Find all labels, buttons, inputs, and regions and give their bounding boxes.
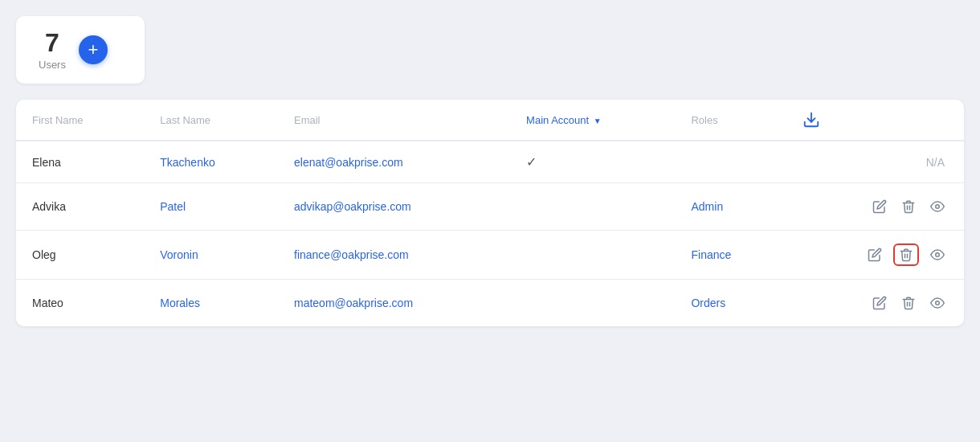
view-button[interactable] bbox=[927, 293, 948, 313]
cell-last-name: Voronin bbox=[144, 231, 278, 280]
view-button[interactable] bbox=[927, 196, 948, 217]
svg-point-2 bbox=[936, 253, 940, 257]
cell-actions: N/A bbox=[786, 141, 964, 183]
cell-main-account bbox=[510, 231, 675, 280]
cell-first-name: Elena bbox=[16, 141, 144, 183]
cell-main-account: ✓ bbox=[510, 141, 675, 183]
cell-role bbox=[675, 141, 786, 183]
top-bar: 7 Users + bbox=[16, 16, 964, 84]
add-user-button[interactable]: + bbox=[79, 35, 108, 64]
svg-point-1 bbox=[936, 205, 940, 209]
download-button[interactable] bbox=[802, 111, 823, 129]
cell-last-name: Tkachenko bbox=[144, 141, 278, 183]
cell-email: mateom@oakprise.com bbox=[278, 280, 510, 327]
table-row: MateoMoralesmateom@oakprise.comOrders bbox=[16, 280, 964, 327]
users-table-container: First Name Last Name Email Main Account … bbox=[16, 100, 964, 326]
cell-main-account bbox=[510, 183, 675, 231]
cell-last-name: Morales bbox=[144, 280, 278, 327]
table-row: AdvikaPateladvikap@oakprise.comAdmin bbox=[16, 183, 964, 231]
table-row: ElenaTkachenkoelenat@oakprise.com✓N/A bbox=[16, 141, 964, 183]
cell-role: Orders bbox=[675, 280, 786, 327]
users-count-block: 7 Users bbox=[39, 29, 66, 71]
cell-role: Admin bbox=[675, 183, 786, 231]
cell-role: Finance bbox=[675, 231, 786, 280]
actions-wrap bbox=[802, 293, 948, 313]
cell-first-name: Oleg bbox=[16, 231, 144, 280]
col-last-name: Last Name bbox=[144, 100, 278, 141]
users-card: 7 Users + bbox=[16, 16, 145, 84]
sort-arrow-icon: ▼ bbox=[594, 117, 602, 125]
edit-button[interactable] bbox=[869, 196, 890, 217]
col-main-account[interactable]: Main Account ▼ bbox=[510, 100, 675, 141]
col-download bbox=[786, 100, 964, 141]
table-row: OlegVoroninfinance@oakprise.comFinance bbox=[16, 231, 964, 280]
cell-actions bbox=[786, 280, 964, 327]
delete-button[interactable] bbox=[898, 196, 919, 217]
cell-email: finance@oakprise.com bbox=[278, 231, 510, 280]
cell-first-name: Advika bbox=[16, 183, 144, 231]
delete-button[interactable] bbox=[898, 293, 919, 313]
cell-email: elenat@oakprise.com bbox=[278, 141, 510, 183]
edit-button[interactable] bbox=[869, 293, 890, 313]
svg-point-3 bbox=[936, 301, 940, 305]
delete-button[interactable] bbox=[893, 244, 919, 266]
users-count: 7 bbox=[39, 29, 66, 57]
cell-actions bbox=[786, 231, 964, 280]
cell-first-name: Mateo bbox=[16, 280, 144, 327]
checkmark-icon: ✓ bbox=[526, 155, 537, 169]
col-first-name: First Name bbox=[16, 100, 144, 141]
cell-email: advikap@oakprise.com bbox=[278, 183, 510, 231]
col-roles: Roles bbox=[675, 100, 786, 141]
cell-actions bbox=[786, 183, 964, 231]
actions-wrap bbox=[802, 196, 948, 217]
users-label: Users bbox=[39, 59, 66, 71]
cell-last-name: Patel bbox=[144, 183, 278, 231]
cell-main-account bbox=[510, 280, 675, 327]
col-email: Email bbox=[278, 100, 510, 141]
users-table: First Name Last Name Email Main Account … bbox=[16, 100, 964, 326]
table-header-row: First Name Last Name Email Main Account … bbox=[16, 100, 964, 141]
view-button[interactable] bbox=[927, 244, 948, 265]
edit-button[interactable] bbox=[864, 244, 885, 265]
actions-wrap bbox=[802, 244, 948, 266]
